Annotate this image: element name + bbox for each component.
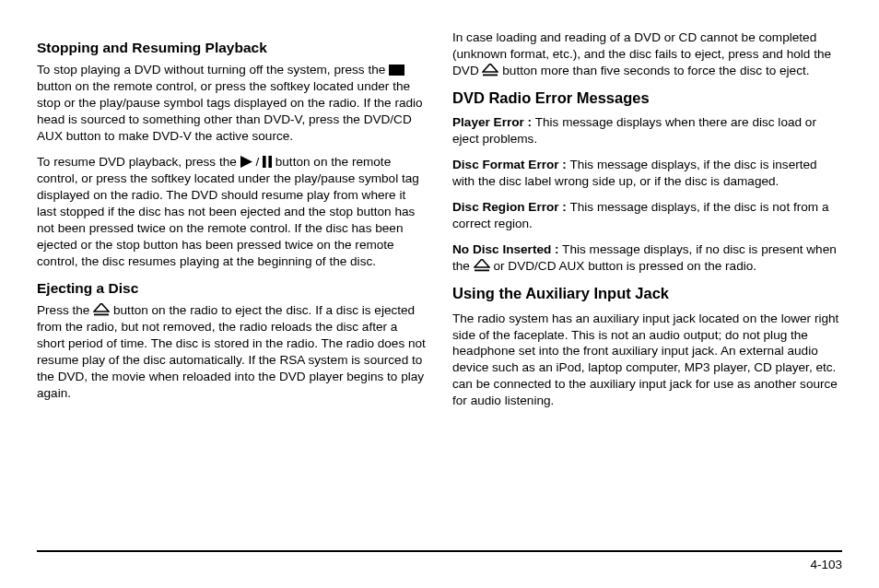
pause-icon: [263, 156, 272, 168]
svg-marker-8: [475, 259, 489, 267]
svg-rect-0: [389, 65, 404, 76]
heading-error-messages: DVD Radio Error Messages: [452, 88, 842, 108]
svg-marker-4: [94, 303, 109, 312]
stop-icon: [389, 65, 404, 76]
footer-rule: [37, 550, 842, 552]
page-footer: 4-103: [37, 550, 842, 571]
heading-stopping-resuming: Stopping and Resuming Playback: [37, 39, 427, 56]
svg-rect-3: [268, 156, 272, 168]
eject-icon: [482, 64, 498, 76]
svg-marker-6: [483, 64, 498, 72]
svg-rect-5: [94, 314, 109, 316]
error-label: Disc Region Error :: [452, 200, 567, 214]
text: button on the remote control, or press t…: [37, 79, 423, 143]
heading-ejecting: Ejecting a Disc: [37, 279, 427, 297]
left-column: Stopping and Resuming Playback To stop p…: [37, 29, 427, 418]
paragraph-force-eject: In case loading and reading of a DVD or …: [452, 29, 842, 79]
error-label: No Disc Inserted :: [452, 242, 559, 256]
svg-rect-7: [483, 74, 498, 76]
right-column: In case loading and reading of a DVD or …: [452, 29, 842, 418]
svg-rect-2: [263, 156, 266, 168]
error-format: Disc Format Error : This message display…: [452, 157, 842, 190]
columns: Stopping and Resuming Playback To stop p…: [37, 29, 842, 418]
error-text: or DVD/CD AUX button is pressed on the r…: [493, 259, 756, 273]
paragraph-aux: The radio system has an auxiliary input …: [452, 311, 842, 410]
page-number: 4-103: [37, 558, 842, 571]
play-icon: [240, 156, 252, 168]
paragraph-resume: To resume DVD playback, press the / butt…: [37, 154, 427, 270]
error-no-disc: No Disc Inserted : This message displays…: [452, 241, 842, 275]
eject-icon: [474, 259, 490, 272]
text: To resume DVD playback, press the: [37, 155, 240, 169]
text: Press the: [37, 303, 93, 317]
text: button on the radio to eject the disc. I…: [37, 303, 426, 400]
text: To stop playing a DVD without turning of…: [37, 63, 389, 76]
page: Stopping and Resuming Playback To stop p…: [0, 0, 879, 588]
slash: /: [252, 155, 263, 169]
error-region: Disc Region Error : This message display…: [452, 199, 842, 232]
heading-aux-jack: Using the Auxiliary Input Jack: [452, 284, 842, 303]
paragraph-stop: To stop playing a DVD without turning of…: [37, 62, 427, 145]
svg-rect-9: [475, 270, 489, 272]
text: button more than five seconds to force t…: [502, 64, 809, 77]
text: button on the remote control, or press t…: [37, 155, 419, 268]
svg-marker-1: [240, 156, 252, 168]
error-player: Player Error : This message displays whe…: [452, 114, 842, 147]
error-label: Disc Format Error :: [452, 158, 567, 171]
eject-icon: [93, 303, 110, 316]
error-label: Player Error :: [452, 115, 532, 129]
paragraph-eject: Press the button on the radio to eject t…: [37, 302, 427, 402]
